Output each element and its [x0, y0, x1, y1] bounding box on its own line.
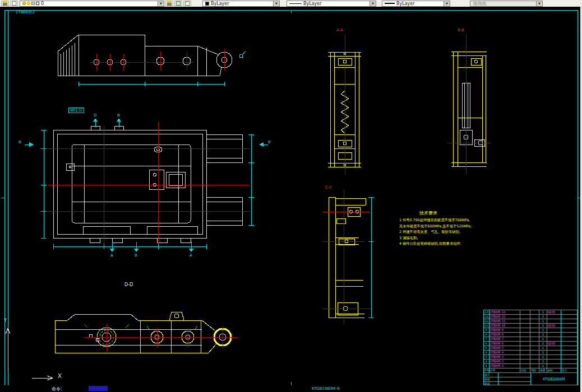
bom-cell: 2: [484, 360, 489, 363]
sheet-label: 2TB00外2: [16, 10, 35, 15]
layer-translate-button[interactable]: [183, 1, 191, 6]
section-label-dd: D-D: [124, 282, 133, 287]
bom-cell: [547, 315, 562, 319]
bom-cell: 1: [484, 364, 489, 368]
bom-cell: [561, 360, 577, 363]
table-row: 102TB00M-101Q235: [484, 324, 577, 328]
tech-notes-title: 技术要求: [419, 210, 495, 216]
layer-color-icon: [36, 2, 39, 5]
bom-cell: 13: [484, 310, 489, 314]
command-selection: [89, 386, 108, 391]
bom-cell: [520, 328, 530, 332]
color-combo[interactable]: ByLayer ▼: [202, 1, 280, 7]
bom-header-row: 序号代号名称规格数量材料备注: [484, 368, 577, 373]
bom-cell: 5: [484, 346, 489, 350]
bom-cell: 2TB00M-6: [489, 342, 520, 346]
layer-states-button[interactable]: [10, 1, 18, 6]
bom-cell: 1: [539, 360, 547, 363]
bom-cell: Q235: [547, 342, 562, 346]
lineweight-combo[interactable]: ByLayer ▼: [382, 1, 450, 7]
title-block-row: 设计: [484, 373, 530, 377]
ucs-y-label: Y: [4, 318, 7, 323]
bom-cell: 2TB00M-12: [489, 315, 520, 319]
plot-style-combo[interactable]: 随颜色 ▼: [470, 1, 543, 7]
tech-notes-list: 1 件号0.790处焊缝底面硬度不低于700MPa, 其余件硬度不低于600MP…: [399, 217, 495, 247]
tech-notes: 技术要求 1 件号0.790处焊缝底面硬度不低于700MPa, 其余件硬度不低于…: [399, 210, 495, 247]
make-object-layer-current-button[interactable]: [165, 1, 173, 6]
table-row: 32TB00M-32: [484, 355, 577, 360]
bom-cell: [547, 319, 562, 323]
app-window: 0 ▼ ByLayer ▼ ByLayer ▼ ByLayer ▼ 随颜色 ▼: [0, 0, 582, 392]
linetype-value: ByLayer: [303, 1, 322, 6]
bom-cell: [530, 319, 539, 323]
table-row: 132TB00M-131Q235: [484, 310, 577, 315]
bom-cell: 1: [539, 333, 547, 337]
title-block: 设计校核审核 KTGB2000M: [484, 373, 577, 385]
layer-properties-manager-button[interactable]: [1, 1, 9, 6]
bom-cell: [561, 351, 577, 354]
bom-rows: 132TB00M-131Q235122TB00M-122112TB00M-111…: [484, 310, 577, 368]
section-label-cc: C-C: [325, 185, 332, 190]
title-block-left: 设计校核审核: [484, 373, 531, 385]
bom-cell: [561, 342, 577, 346]
title-block-value: [498, 377, 530, 381]
bom-cell: 11: [484, 319, 489, 323]
bom-cell: [547, 346, 562, 350]
bom-cell: 名称: [520, 368, 530, 372]
chevron-down-icon[interactable]: ▼: [273, 1, 279, 6]
bom-cell: 10: [484, 324, 489, 328]
layer-previous-icon: [176, 1, 181, 6]
bom-cell: 2TB00M-4: [489, 351, 520, 354]
layer-value: 0: [41, 1, 44, 6]
command-bar[interactable]: 命令: KTGB2000M-0: [0, 385, 582, 392]
plot-style-value: 随颜色: [473, 1, 487, 7]
bom-cell: 代号: [489, 368, 520, 372]
table-row: 92TB00M-92: [484, 328, 577, 333]
bom-cell: [561, 364, 577, 368]
bom-cell: [561, 355, 577, 359]
bom-cell: 2TB00M-10: [489, 324, 520, 328]
bom-cell: 规格: [530, 368, 539, 372]
bom-cell: [547, 351, 562, 354]
layer-previous-button[interactable]: [174, 1, 182, 6]
bom-cell: [520, 351, 530, 354]
bom-cell: [530, 328, 539, 332]
section-mark-d: D: [94, 113, 96, 118]
drawing-canvas[interactable]: 2TB00外2 W(1:1) D-D A-A B-B C-C D B B B A…: [0, 7, 582, 385]
table-row: 72TB00M-71: [484, 337, 577, 342]
bom-cell: [530, 360, 539, 363]
bom-cell: 8: [484, 333, 489, 337]
bom-cell: [520, 319, 530, 323]
section-mark-b-top: B: [117, 113, 120, 118]
ucs-x-label: X: [58, 373, 62, 379]
bom-cell: 2TB00M-2: [489, 360, 520, 363]
layer-combo[interactable]: 0 ▼: [20, 1, 164, 7]
linetype-combo[interactable]: ByLayer ▼: [287, 1, 376, 7]
bom-cell: 2TB00M-5: [489, 346, 520, 350]
bom-cell: [520, 364, 530, 368]
bom-cell: [547, 333, 562, 337]
chevron-down-icon[interactable]: ▼: [369, 1, 376, 6]
bom-cell: 2TB00M-13: [489, 310, 520, 314]
layer-lock-icon: [31, 2, 35, 5]
bom-cell: Q235: [547, 310, 562, 314]
bom-cell: [520, 324, 530, 328]
bom-cell: 2: [539, 328, 547, 332]
bom-cell: [530, 337, 539, 341]
bom-cell: [561, 319, 577, 323]
chevron-down-icon[interactable]: ▼: [536, 1, 542, 6]
layer-current-icon: [167, 1, 172, 6]
layer-on-icon: [22, 2, 26, 5]
bom-cell: [520, 355, 530, 359]
chevron-down-icon[interactable]: ▼: [158, 1, 164, 6]
table-row: 42TB00M-41: [484, 351, 577, 355]
chevron-down-icon[interactable]: ▼: [444, 1, 450, 6]
command-prompt[interactable]: 命令:: [52, 386, 62, 392]
bom-cell: [547, 337, 562, 341]
note-line: 2 焊缝不得有夹渣、气孔、裂纹等缺陷;: [399, 229, 495, 235]
bom-cell: 2: [539, 315, 547, 319]
linetype-sample-icon: [289, 3, 302, 4]
layer-sheet-icon: [12, 1, 16, 6]
bom-table: 132TB00M-131Q235122TB00M-122112TB00M-111…: [483, 310, 578, 385]
bom-cell: 3: [484, 355, 489, 359]
